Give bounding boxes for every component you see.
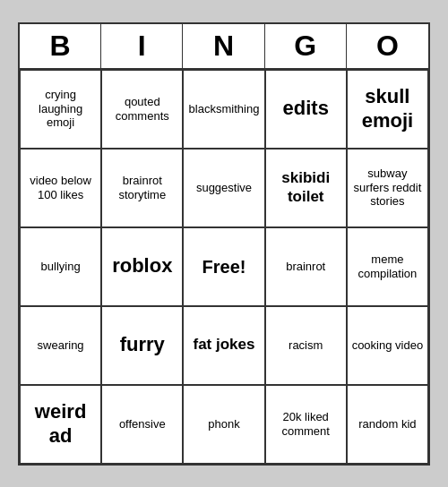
bingo-cell-12: Free! xyxy=(183,227,264,306)
bingo-cell-17: fat jokes xyxy=(183,306,264,385)
bingo-header: BINGO xyxy=(20,24,428,70)
bingo-cell-8: skibidi toilet xyxy=(265,149,347,227)
header-letter-b: B xyxy=(20,24,101,68)
bingo-cell-5: video below 100 likes xyxy=(20,149,101,227)
bingo-cell-9: subway surfers reddit stories xyxy=(347,149,428,227)
bingo-cell-1: qouted comments xyxy=(101,70,183,149)
bingo-cell-23: 20k liked comment xyxy=(265,385,347,464)
bingo-cell-10: bullying xyxy=(20,227,101,306)
bingo-card: BINGO crying laughing emojiqouted commen… xyxy=(18,22,430,466)
bingo-cell-22: phonk xyxy=(183,385,264,464)
bingo-cell-14: meme compilation xyxy=(347,227,428,306)
bingo-cell-24: random kid xyxy=(347,385,428,464)
bingo-grid: crying laughing emojiqouted commentsblac… xyxy=(20,70,428,464)
bingo-cell-16: furry xyxy=(101,306,183,385)
header-letter-g: G xyxy=(265,24,347,68)
bingo-cell-18: racism xyxy=(265,306,347,385)
bingo-cell-15: swearing xyxy=(20,306,101,385)
header-letter-n: N xyxy=(183,24,264,68)
bingo-cell-20: weird ad xyxy=(20,385,101,464)
bingo-cell-11: roblox xyxy=(101,227,183,306)
bingo-cell-3: edits xyxy=(265,70,347,149)
header-letter-o: O xyxy=(347,24,428,68)
bingo-cell-21: offensive xyxy=(101,385,183,464)
bingo-cell-13: brainrot xyxy=(265,227,347,306)
bingo-cell-0: crying laughing emoji xyxy=(20,70,101,149)
header-letter-i: I xyxy=(101,24,183,68)
bingo-cell-6: brainrot storytime xyxy=(101,149,183,227)
bingo-cell-2: blacksmithing xyxy=(183,70,264,149)
bingo-cell-7: suggestive xyxy=(183,149,264,227)
bingo-cell-19: cooking video xyxy=(347,306,428,385)
bingo-cell-4: skull emoji xyxy=(347,70,428,149)
